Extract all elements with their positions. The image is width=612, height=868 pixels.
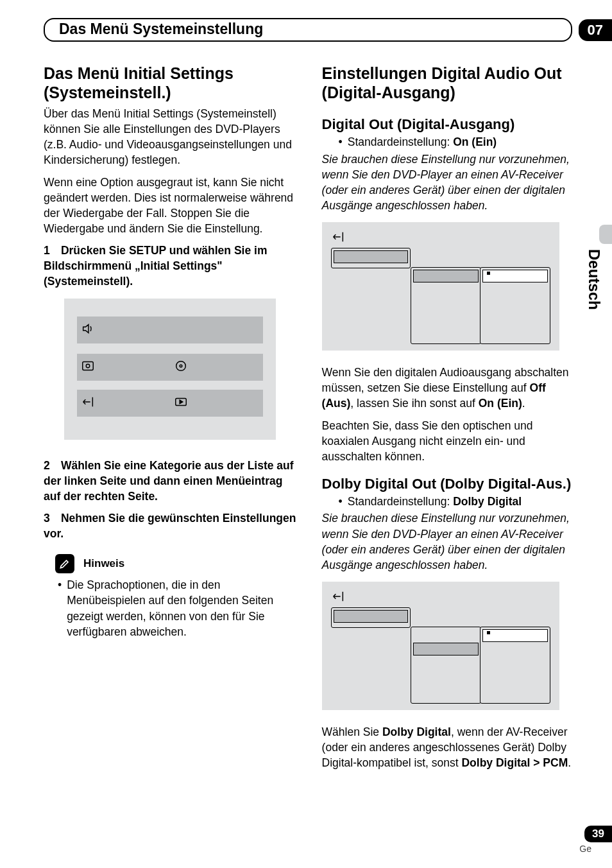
osd-right-panel xyxy=(411,267,553,344)
step-3: 3 Nehmen Sie die gewünschten Einstellung… xyxy=(44,510,296,541)
page-number-badge: 39 xyxy=(584,826,612,842)
right-heading: Einstellungen Digital Audio Out (Digital… xyxy=(322,64,577,102)
txt-e: . xyxy=(568,756,571,769)
step-2: 2 Wählen Sie eine Kategorie aus der List… xyxy=(44,458,296,504)
txt-d: Dolby Digital > PCM xyxy=(461,756,568,769)
osd-panel-col-2 xyxy=(480,267,550,344)
osd-figure-digital-out xyxy=(322,222,559,351)
osd-panel-col-2 xyxy=(480,627,550,704)
right-column: Einstellungen Digital Audio Out (Digital… xyxy=(322,64,577,777)
play-icon xyxy=(174,395,188,412)
note-text: Die Sprachoptionen, die in den Menübeisp… xyxy=(67,577,296,639)
default-value: Dolby Digital xyxy=(453,495,522,508)
section-title: Das Menü Systemeinstellung xyxy=(44,18,572,42)
dolby-out-note: Sie brauchen diese Einstellung nur vorzu… xyxy=(322,510,577,573)
initial-settings-menu-figure xyxy=(64,299,276,440)
svg-point-3 xyxy=(180,365,182,367)
menu-row-3-left xyxy=(77,390,170,417)
txt-d: On (Ein) xyxy=(479,397,522,410)
page: Das Menü Systemeinstellung 07 Deutsch Da… xyxy=(0,0,612,868)
dolby-out-default: Standardeinstellung: Dolby Digital xyxy=(339,494,577,509)
note-pencil-icon xyxy=(55,554,74,573)
menu-row-3-right xyxy=(170,390,263,417)
settings-icon xyxy=(331,230,345,244)
audio-icon xyxy=(81,322,95,338)
osd-left-menu xyxy=(331,607,411,628)
side-language-tab: Deutsch xyxy=(585,249,603,310)
side-tab-mark xyxy=(599,225,612,244)
note-heading: Hinweis xyxy=(83,557,124,570)
txt-b: Dolby Digital xyxy=(382,725,451,738)
digital-out-note: Sie brauchen diese Einstellung nur vorzu… xyxy=(322,152,577,214)
digital-out-paragraph-1: Wenn Sie den digitalen Audioausgang absc… xyxy=(322,365,577,411)
settings-icon xyxy=(331,589,345,603)
osd-panel1-highlight xyxy=(413,270,479,282)
step-2-text: Wählen Sie eine Kategorie aus der Liste … xyxy=(44,459,294,503)
note-block: Hinweis xyxy=(55,554,296,573)
menu-row-2-right xyxy=(170,354,263,381)
osd-right-panel xyxy=(411,627,553,704)
disc-icon xyxy=(174,359,188,376)
osd-panel1-highlight xyxy=(413,643,479,655)
osd-panel-col-1 xyxy=(411,627,481,704)
osd-menu-highlight xyxy=(334,250,408,263)
step-2-number: 2 xyxy=(44,458,58,473)
digital-out-default: Standardeinstellung: On (Ein) xyxy=(339,134,577,150)
svg-point-2 xyxy=(176,361,185,370)
bullet-dot-icon xyxy=(339,134,343,150)
settings-icon xyxy=(81,395,95,412)
txt-e: . xyxy=(522,397,525,410)
osd-menu-highlight xyxy=(334,610,408,623)
footer-lang-code: Ge xyxy=(579,844,591,854)
bullet-dot-icon xyxy=(58,577,62,639)
left-heading: Das Menü Initial Settings (Systemeinstel… xyxy=(44,64,296,102)
dolby-out-paragraph: Wählen Sie Dolby Digital, wenn der AV-Re… xyxy=(322,724,577,770)
txt-c: , lassen Sie ihn sonst auf xyxy=(350,397,478,410)
left-paragraph-1: Über das Menü Initial Settings (Systemei… xyxy=(44,106,296,168)
chapter-number-badge: 07 xyxy=(579,19,612,41)
osd-panel-col-1 xyxy=(411,267,481,344)
selection-dot-icon xyxy=(487,631,490,634)
bullet-dot-icon xyxy=(339,494,343,509)
menu-row-1 xyxy=(77,317,263,343)
selection-dot-icon xyxy=(487,272,490,275)
chapter-header: Das Menü Systemeinstellung 07 xyxy=(44,18,577,42)
menu-row-2 xyxy=(77,354,263,381)
digital-out-paragraph-2: Beachten Sie, dass Sie den optischen und… xyxy=(322,418,577,464)
digital-out-heading: Digital Out (Digital-Ausgang) xyxy=(322,116,577,133)
step-3-text: Nehmen Sie die gewünschten Einstellungen… xyxy=(44,512,296,540)
osd-figure-dolby-out xyxy=(322,582,559,710)
step-3-number: 3 xyxy=(44,510,58,526)
osd-left-menu xyxy=(331,248,411,268)
default-value: On (Ein) xyxy=(453,135,497,148)
content-columns: Das Menü Initial Settings (Systemeinstel… xyxy=(44,64,577,777)
default-label: Standardeinstellung: xyxy=(348,135,453,148)
dolby-out-heading: Dolby Digital Out (Dolby Digital-Aus.) xyxy=(322,476,577,492)
step-1: 1 Drücken Sie SETUP und wählen Sie im Bi… xyxy=(44,243,296,289)
default-label: Standardeinstellung: xyxy=(348,495,453,508)
menu-row-2-left xyxy=(77,354,170,381)
left-column: Das Menü Initial Settings (Systemeinstel… xyxy=(44,64,299,777)
step-1-number: 1 xyxy=(44,243,58,258)
step-1-text: Drücken Sie SETUP und wählen Sie im Bild… xyxy=(44,244,267,288)
video-icon xyxy=(81,359,95,376)
menu-row-3 xyxy=(77,390,263,417)
osd-panel2-highlight xyxy=(482,270,548,282)
txt-a: Wählen Sie xyxy=(322,725,382,738)
svg-point-1 xyxy=(86,364,90,368)
osd-panel2-highlight xyxy=(482,629,548,642)
note-bullet: Die Sprachoptionen, die in den Menübeisp… xyxy=(58,577,296,639)
svg-rect-0 xyxy=(83,361,94,370)
left-paragraph-2: Wenn eine Option ausgegraut ist, kann Si… xyxy=(44,175,296,237)
